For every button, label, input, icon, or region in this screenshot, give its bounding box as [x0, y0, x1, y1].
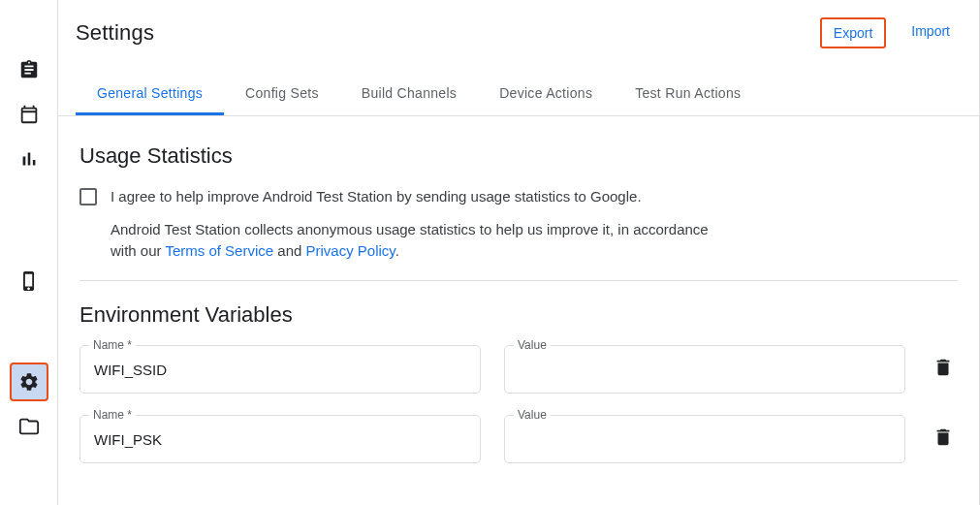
gear-icon — [18, 371, 40, 393]
trash-icon — [933, 357, 954, 378]
env-value-input[interactable] — [504, 415, 905, 463]
consent-row: I agree to help improve Android Test Sta… — [79, 186, 958, 207]
sidebar-item-clipboard[interactable] — [10, 50, 48, 89]
env-name-input[interactable] — [79, 345, 481, 394]
tab-device-actions[interactable]: Device Actions — [478, 74, 614, 115]
delete-var-button[interactable] — [929, 423, 958, 456]
env-name-field-wrap: Name * — [79, 345, 481, 394]
env-value-field-wrap: Value — [504, 345, 905, 394]
sidebar — [0, 0, 58, 505]
tab-config-sets[interactable]: Config Sets — [224, 74, 340, 115]
tabs: General Settings Config Sets Build Chann… — [58, 74, 979, 116]
tos-link[interactable]: Terms of Service — [165, 242, 273, 259]
env-value-input[interactable] — [504, 345, 905, 394]
env-name-input[interactable] — [79, 415, 481, 463]
privacy-link[interactable]: Privacy Policy — [306, 242, 395, 259]
bar-chart-icon — [18, 148, 40, 170]
consent-description: Android Test Station collects anonymous … — [111, 219, 731, 262]
tab-general-settings[interactable]: General Settings — [76, 74, 224, 115]
tab-content: Usage Statistics I agree to help improve… — [58, 116, 979, 463]
section-divider — [79, 280, 958, 281]
sidebar-item-folder[interactable] — [10, 407, 48, 446]
consent-text: I agree to help improve Android Test Sta… — [111, 186, 642, 207]
sidebar-item-device[interactable] — [10, 262, 48, 300]
clipboard-icon — [18, 59, 40, 80]
sidebar-item-analytics[interactable] — [10, 140, 48, 178]
consent-checkbox-wrap — [79, 186, 97, 205]
sidebar-item-calendar[interactable] — [10, 95, 48, 134]
import-button[interactable]: Import — [900, 17, 962, 48]
sidebar-item-settings[interactable] — [10, 363, 48, 401]
env-value-label: Value — [514, 408, 551, 422]
header-actions: Export Import — [820, 17, 962, 48]
consent-checkbox[interactable] — [79, 188, 97, 205]
tab-build-channels[interactable]: Build Channels — [340, 74, 478, 115]
main-content: Settings Export Import General Settings … — [58, 0, 980, 505]
usage-section-title: Usage Statistics — [79, 143, 958, 169]
phone-icon — [18, 270, 40, 292]
export-button[interactable]: Export — [820, 17, 886, 48]
env-name-label: Name * — [89, 338, 136, 352]
env-value-field-wrap: Value — [504, 415, 905, 463]
env-var-row: Name * Value — [79, 345, 958, 394]
env-name-field-wrap: Name * — [79, 415, 481, 463]
env-var-row: Name * Value — [79, 415, 958, 463]
calendar-icon — [18, 104, 40, 125]
page-title: Settings — [76, 20, 154, 46]
consent-and: and — [273, 242, 305, 259]
delete-var-button[interactable] — [929, 353, 958, 386]
folder-icon — [18, 416, 40, 437]
consent-period: . — [395, 242, 399, 259]
env-value-label: Value — [514, 338, 551, 352]
trash-icon — [933, 426, 954, 448]
env-section-title: Environment Variables — [79, 302, 958, 328]
header: Settings Export Import — [58, 17, 979, 48]
tab-test-run-actions[interactable]: Test Run Actions — [614, 74, 762, 115]
env-name-label: Name * — [89, 408, 136, 422]
